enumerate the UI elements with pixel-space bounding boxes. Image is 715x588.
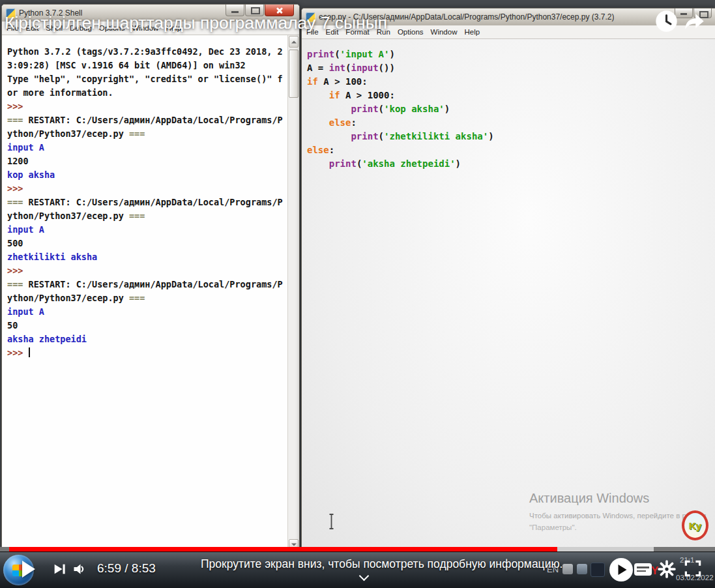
- fullscreen-icon[interactable]: [683, 559, 703, 578]
- shell-scrollbar[interactable]: [287, 35, 299, 551]
- subtitles-icon[interactable]: [634, 563, 652, 576]
- channel-logo-text: Ky: [689, 520, 701, 531]
- watermark-title: Активация Windows: [529, 491, 707, 506]
- code-line: Type "help", "copyright", "credits" or "…: [7, 72, 285, 86]
- time-display: 6:59 / 8:53: [97, 561, 156, 576]
- code-line: 1200: [7, 154, 285, 168]
- code-line: zhetkilikti aksha: [7, 250, 285, 264]
- scroll-hint-text: Прокрутите экран вниз, чтобы посмотреть …: [201, 557, 562, 571]
- watermark-line1: Чтобы активировать Windows, перейдите в …: [529, 512, 707, 520]
- tray-icon-3[interactable]: [591, 563, 605, 577]
- watermark-line2: "Параметры".: [529, 523, 707, 531]
- video-title-overlay: Кірістірілген шарттарды программалау 7 с…: [5, 13, 387, 33]
- share-icon[interactable]: [681, 10, 707, 33]
- code-line: else:: [307, 116, 715, 130]
- code-line: >>>: [7, 182, 285, 196]
- code-line: print('aksha zhetpeidi'): [307, 157, 715, 171]
- volume-icon[interactable]: [72, 561, 88, 577]
- tray-icon-1[interactable]: [562, 564, 573, 574]
- code-line: ython/Python37/ecep.py ===: [7, 127, 285, 141]
- next-video-button[interactable]: [52, 562, 66, 576]
- code-line: ython/Python37/ecep.py ===: [7, 291, 285, 305]
- windows-activation-watermark: Активация Windows Чтобы активировать Win…: [529, 491, 707, 531]
- tray-icon-2[interactable]: [577, 564, 587, 574]
- scroll-up-icon[interactable]: [289, 36, 299, 48]
- menu-help[interactable]: Help: [464, 28, 480, 36]
- code-line: if A > 1000:: [307, 89, 715, 102]
- code-line: input A: [7, 305, 285, 319]
- code-line: >>>: [7, 346, 285, 360]
- code-line: 3:09:28) [MSC v.1916 64 bit (AMD64)] on …: [7, 59, 285, 72]
- code-line: 500: [7, 237, 285, 250]
- code-line: >>>: [7, 264, 285, 278]
- menu-options[interactable]: Options: [398, 28, 424, 36]
- code-line: kop aksha: [7, 168, 285, 182]
- ibeam-cursor: [327, 513, 336, 533]
- code-line: aksha zhetpeidi: [7, 332, 285, 346]
- editor-window: ecep.py - C:/Users/админ/AppData/Local/P…: [301, 8, 715, 552]
- code-line: === RESTART: C:/Users/админ/AppData/Loca…: [7, 278, 285, 291]
- code-line: print('kop aksha'): [307, 102, 715, 116]
- editor-code-area[interactable]: print('input A')A = int(input())if A > 1…: [302, 39, 715, 551]
- code-line: Python 3.7.2 (tags/v3.7.2:9a3ffc0492, De…: [7, 45, 285, 59]
- play-button[interactable]: [22, 561, 35, 578]
- code-line: ython/Python37/ecep.py ===: [7, 209, 285, 223]
- code-line: === RESTART: C:/Users/админ/AppData/Loca…: [7, 113, 285, 127]
- code-line: input A: [7, 141, 285, 154]
- code-line: 50: [7, 319, 285, 332]
- python-shell-window: Python 3.7.2 Shell File Edit Shell Debug…: [1, 4, 300, 552]
- code-line: input A: [7, 223, 285, 237]
- code-line: === RESTART: C:/Users/админ/AppData/Loca…: [7, 196, 285, 209]
- code-line: if A > 100:: [307, 75, 715, 89]
- scroll-thumb[interactable]: [289, 50, 299, 98]
- chevron-down-icon[interactable]: [360, 572, 368, 580]
- code-line: or more information.: [7, 86, 285, 100]
- code-line: print('input A'): [307, 48, 715, 61]
- settings-gear-icon[interactable]: [657, 559, 677, 579]
- code-line: else:: [307, 143, 715, 157]
- shell-output[interactable]: Python 3.7.2 (tags/v3.7.2:9a3ffc0492, De…: [2, 35, 288, 551]
- menu-window[interactable]: Window: [431, 28, 458, 36]
- code-line: print('zhetkilikti aksha'): [307, 130, 715, 143]
- code-line: A = int(input()): [307, 61, 715, 75]
- video-progress-bar[interactable]: [0, 547, 715, 551]
- autoplay-toggle-icon[interactable]: [609, 558, 633, 581]
- progress-played: [9, 547, 557, 551]
- watch-later-icon[interactable]: [654, 9, 679, 33]
- code-line: >>>: [7, 100, 285, 113]
- channel-logo[interactable]: Ky: [682, 510, 708, 540]
- screen: Python 3.7.2 Shell File Edit Shell Debug…: [0, 0, 715, 588]
